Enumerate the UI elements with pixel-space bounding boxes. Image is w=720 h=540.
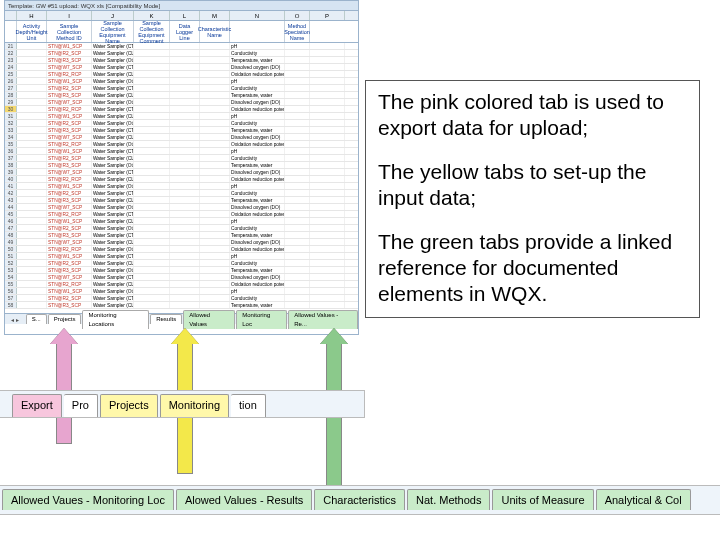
data-rows: 21STN@W1_SCPWater Sampler (CTteh)pH22STN… <box>5 43 358 313</box>
table-row: 34STN@W7_SCPWater Sampler (CLes)Dissolve… <box>5 134 358 141</box>
sheet-tab-zoom[interactable]: Monitoring <box>160 394 229 417</box>
sheet-tab-bottom[interactable]: Allowed Vaues - Monitoring Loc <box>2 489 174 510</box>
field-header: Data Logger Line <box>170 21 200 42</box>
sheet-tab[interactable]: Allowed Values <box>183 310 235 329</box>
sheet-tab[interactable]: Monitoring Locations <box>82 310 149 329</box>
callout-green-text: The green tabs provide a linked referenc… <box>378 229 687 307</box>
table-row: 48STN@R3_SCPWater Sampler (CTteh)Tempera… <box>5 232 358 239</box>
sheet-tabs-small: ◂ ▸S...ProjectsMonitoring LocationsResul… <box>5 313 358 324</box>
table-row: 32STN@R2_SCPWater Sampler (Other)Conduct… <box>5 120 358 127</box>
table-row: 45STN@R2_RCPWater Sampler (CTteh)Oxidati… <box>5 211 358 218</box>
sheet-tab-zoom[interactable]: tion <box>231 394 266 417</box>
table-row: 25STN@R2_RCPWater Sampler (CLes)Oxidatio… <box>5 71 358 78</box>
table-row: 28STN@R3_SCPWater Sampler (CLes)Temperat… <box>5 92 358 99</box>
titlebar: Template: GW #51 upload: WQX xls [Compat… <box>5 1 358 11</box>
sheet-tab[interactable]: Allowed Values - Re... <box>288 310 358 329</box>
sheet-tab-bottom[interactable]: Nat. Methods <box>407 489 490 510</box>
table-row: 37STN@R2_SCPWater Sampler (CLes)Conducti… <box>5 155 358 162</box>
field-header: Characteristic Name <box>200 21 230 42</box>
field-header <box>230 21 285 42</box>
table-row: 38STN@R3_SCPWater Sampler (Other)Tempera… <box>5 162 358 169</box>
callout-pink-text: The pink colored tab is used to export d… <box>378 89 687 141</box>
arrow-pink <box>52 328 76 444</box>
sheet-tab-bottom[interactable]: Analytical & Col <box>596 489 691 510</box>
table-row: 21STN@W1_SCPWater Sampler (CTteh)pH <box>5 43 358 50</box>
field-header: Activity Depth/Height Unit <box>17 21 47 42</box>
table-row: 46STN@W1_SCPWater Sampler (CLes)pH <box>5 218 358 225</box>
table-row: 44STN@W7_SCPWater Sampler (Other)Dissolv… <box>5 204 358 211</box>
field-header: Sample Collection Equipment Comment <box>134 21 170 42</box>
sheet-tab[interactable]: Monitoring Loc <box>236 310 287 329</box>
table-row: 29STN@W7_SCPWater Sampler (Other)Dissolv… <box>5 99 358 106</box>
sheet-tab-zoom[interactable]: Pro <box>64 394 98 417</box>
col-header: I <box>47 11 92 20</box>
col-header: O <box>285 11 310 20</box>
table-row: 35STN@R2_RCPWater Sampler (Other)Oxidati… <box>5 141 358 148</box>
table-row: 24STN@W7_SCPWater Sampler (CTteh)Dissolv… <box>5 64 358 71</box>
table-row: 40STN@R2_RCPWater Sampler (CLes)Oxidatio… <box>5 176 358 183</box>
sheet-tabs-bottom: Allowed Vaues - Monitoring LocAlowed Val… <box>0 485 720 515</box>
sheet-tabs-zoom: ExportProProjectsMonitoringtion <box>0 390 365 418</box>
col-header: M <box>200 11 230 20</box>
field-header: Sample Collection Method ID <box>47 21 92 42</box>
table-row: 43STN@R3_SCPWater Sampler (CLes)Temperat… <box>5 197 358 204</box>
table-row: 50STN@R2_RCPWater Sampler (Other)Oxidati… <box>5 246 358 253</box>
header-row: Activity Depth/Height UnitSample Collect… <box>5 21 358 43</box>
col-header: L <box>170 11 200 20</box>
sheet-tab[interactable]: Results <box>150 314 182 324</box>
table-row: 51STN@W1_SCPWater Sampler (CTteh)pH <box>5 253 358 260</box>
sheet-tab[interactable]: Projects <box>48 314 82 324</box>
column-headers: HIJKLMNOP <box>5 11 358 21</box>
sheet-tab-bottom[interactable]: Alowed Values - Results <box>176 489 312 510</box>
sheet-tab-zoom[interactable]: Export <box>12 394 62 417</box>
table-row: 30STN@R2_RCPWater Sampler (CTteh)Oxidati… <box>5 106 358 113</box>
table-row: 57STN@R2_SCPWater Sampler (CTteh)Conduct… <box>5 295 358 302</box>
table-row: 52STN@R2_SCPWater Sampler (CLes)Conducti… <box>5 260 358 267</box>
table-row: 49STN@W7_SCPWater Sampler (CLes)Dissolve… <box>5 239 358 246</box>
sheet-tab-zoom[interactable]: Projects <box>100 394 158 417</box>
table-row: 39STN@W7_SCPWater Sampler (CTteh)Dissolv… <box>5 169 358 176</box>
field-header: Method Speciation Name <box>285 21 310 42</box>
col-header: H <box>17 11 47 20</box>
col-header: N <box>230 11 285 20</box>
table-row: 54STN@W7_SCPWater Sampler (CTteh)Dissolv… <box>5 274 358 281</box>
table-row: 42STN@R2_SCPWater Sampler (CTteh)Conduct… <box>5 190 358 197</box>
table-row: 55STN@R2_RCPWater Sampler (CLes)Oxidatio… <box>5 281 358 288</box>
table-row: 31STN@W1_SCPWater Sampler (CLes)pH <box>5 113 358 120</box>
table-row: 58STN@R3_SCPWater Sampler (CLes)Temperat… <box>5 302 358 309</box>
field-header: Sample Collection Equipment Name <box>92 21 134 42</box>
sheet-tab-bottom[interactable]: Units of Measure <box>492 489 593 510</box>
table-row: 36STN@W1_SCPWater Sampler (CTteh)pH <box>5 148 358 155</box>
sheet-tab[interactable]: S... <box>26 314 47 324</box>
table-row: 53STN@R3_SCPWater Sampler (Other)Tempera… <box>5 267 358 274</box>
table-row: 27STN@R2_SCPWater Sampler (CTteh)Conduct… <box>5 85 358 92</box>
explanation-callout: The pink colored tab is used to export d… <box>365 80 700 318</box>
table-row: 56STN@W1_SCPWater Sampler (Other)pH <box>5 288 358 295</box>
table-row: 47STN@R2_SCPWater Sampler (Other)Conduct… <box>5 225 358 232</box>
table-row: 22STN@R2_SCPWater Sampler (CLes)Conducti… <box>5 50 358 57</box>
sheet-tab-bottom[interactable]: Characteristics <box>314 489 405 510</box>
callout-yellow-text: The yellow tabs to set-up the input data… <box>378 159 687 211</box>
col-header: P <box>310 11 345 20</box>
table-row: 33STN@R3_SCPWater Sampler (CTteh)Tempera… <box>5 127 358 134</box>
table-row: 23STN@R3_SCPWater Sampler (Other)Tempera… <box>5 57 358 64</box>
excel-spreadsheet: Template: GW #51 upload: WQX xls [Compat… <box>4 0 359 335</box>
table-row: 41STN@W1_SCPWater Sampler (Other)pH <box>5 183 358 190</box>
table-row: 26STN@W1_SCPWater Sampler (Other)pH <box>5 78 358 85</box>
